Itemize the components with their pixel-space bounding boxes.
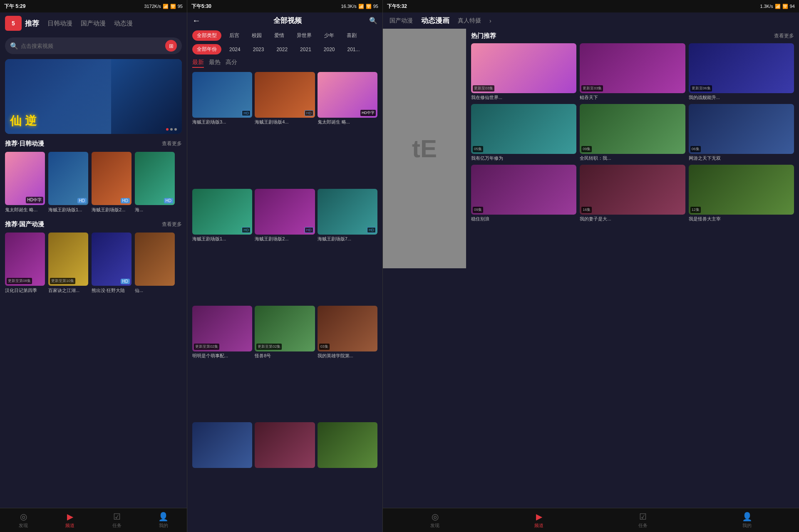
section-more-1[interactable]: 查看更多 [162,140,182,147]
tab-chinese[interactable]: 国产动漫 [81,20,106,27]
back-button[interactable]: ← [192,16,201,25]
status-bar-1: 下午 5:29 3172K/s 📶 🛜 95 [0,0,187,12]
list-item[interactable]: 更新至第08集 汉化日记第四季 [5,233,45,294]
filter-type-row: 全部类型 后宫 校园 爱情 异世界 少年 喜剧 [187,29,382,42]
list-item[interactable]: HD中字 鬼太郎诞生 略... [5,152,45,213]
list-item[interactable]: HD 海贼王剧场版4... [255,72,315,186]
reco-name: 我是怪兽大主宰 [689,216,794,222]
list-item[interactable]: HD 海贼王剧场版1... [192,189,252,303]
sort-rating[interactable]: 高分 [226,59,237,68]
nav-tokusatsu[interactable]: 真人特摄 [458,17,481,25]
search-input[interactable] [21,43,165,49]
app-logo[interactable]: 5 [5,16,22,31]
sort-hottest[interactable]: 最热 [209,59,221,68]
list-item[interactable]: 12集 我是怪兽大主宰 [689,165,794,222]
thumb: 更新至03集 [580,43,685,93]
thumb-img [471,165,576,215]
thumb-img [92,152,132,205]
search-button[interactable]: ⊞ [165,40,177,52]
bottom-nav-1: ◎ 发现 ▶ 频道 ☑ 任务 👤 我的 [0,508,187,532]
section-more-2[interactable]: 查看更多 [162,221,182,228]
tab-recommend[interactable]: 推荐 [25,19,39,28]
nav-task[interactable]: ☑ 任务 [94,508,140,532]
nav-dongman[interactable]: 动态漫画 [421,16,449,25]
list-item[interactable]: 更新至第02集 明明是个萌事配... [192,306,252,420]
badge: 更新至03集 [473,85,494,92]
wifi-icon-2: 🛜 [366,4,372,9]
bottom-nav-3: ◎ 发现 ▶ 频道 ☑ 任务 👤 我的 [383,508,799,532]
nav-profile-3[interactable]: 👤 我的 [695,508,799,532]
list-item[interactable]: HD 海... [135,152,175,213]
list-item[interactable]: HD 熊出没·狂野大陆 [92,233,132,294]
list-item[interactable]: 更新至06集 我的战舰能升... [689,43,794,101]
tab-motion[interactable]: 动态漫 [114,20,133,27]
list-item[interactable]: HD 海贼王剧场版1... [48,152,88,213]
list-item[interactable]: HD 海贼王剧场版2... [92,152,132,213]
list-item[interactable]: 09集 全民转职：我... [580,104,685,161]
chip-comedy[interactable]: 喜剧 [342,30,361,41]
list-item[interactable]: 16集 我的妻子是大... [580,165,685,222]
chip-2023[interactable]: 2023 [248,45,269,54]
thumb: HD [48,152,88,205]
badge: 更新至第02集 [256,344,282,350]
nav-discover-3[interactable]: ◎ 发现 [383,508,487,532]
list-item[interactable] [255,422,315,530]
search-btn-icon: ⊞ [169,43,174,49]
list-item[interactable]: 更新至第10集 百家诀之江湖... [48,233,88,294]
nav-discover[interactable]: ◎ 发现 [0,508,47,532]
nav-channel-3[interactable]: ▶ 频道 [487,508,591,532]
profile-icon-3: 👤 [742,512,752,522]
chip-all-year[interactable]: 全部年份 [192,44,221,54]
list-item[interactable]: 仙... [135,233,175,294]
list-item[interactable] [318,422,377,530]
thumb-img [135,233,175,286]
list-item[interactable]: HD 海贼王剧场版3... [192,72,252,186]
chip-shonen[interactable]: 少年 [320,30,339,41]
panel2-header: ← 全部视频 🔍 [187,12,382,29]
chip-isekai[interactable]: 异世界 [292,30,316,41]
nav-label-channel: 频道 [65,522,74,529]
search-icon-panel2[interactable]: 🔍 [369,17,377,25]
chip-2024[interactable]: 2024 [225,45,245,54]
sort-newest[interactable]: 最新 [192,59,204,68]
chip-romance[interactable]: 爱情 [270,30,289,41]
list-item[interactable]: 09集 稳住别浪 [471,165,576,222]
list-item[interactable]: HD 海贼王剧场版2... [255,189,315,303]
list-item[interactable]: 06集 网游之天下无双 [689,104,794,161]
section-title-2: 推荐·国产动漫 [5,220,44,228]
thumb: 03集 [318,306,377,351]
list-item[interactable]: 更新至第02集 怪兽8号 [255,306,315,420]
title: 海贼王剧场版7... [318,236,377,242]
banner-dots [166,128,177,131]
list-item[interactable]: 03集 我的英雄学院第... [318,306,377,420]
thumb-img [471,104,576,154]
dot-3 [174,128,177,131]
te-text: tE [412,134,437,163]
nav-profile[interactable]: 👤 我的 [140,508,187,532]
list-item[interactable]: 更新至03集 鲲吞天下 [580,43,685,101]
nav-channel[interactable]: ▶ 频道 [47,508,93,532]
thumb: HD [318,189,377,235]
scroll-row-1: HD中字 鬼太郎诞生 略... HD 海贼王剧场版1... HD 海贼王剧场版2… [0,150,187,216]
list-item[interactable]: HD中字 鬼太郎诞生 略... [318,72,377,186]
chip-2021[interactable]: 2021 [295,45,316,54]
chip-campus[interactable]: 校园 [247,30,266,41]
chip-201x[interactable]: 201... [343,45,365,54]
nav-task-3[interactable]: ☑ 任务 [591,508,695,532]
thumb: HD [92,233,132,286]
chip-harem[interactable]: 后宫 [225,30,244,41]
chip-2020[interactable]: 2020 [319,45,340,54]
list-item[interactable]: HD 海贼王剧场版7... [318,189,377,303]
chip-2022[interactable]: 2022 [272,45,292,54]
chip-all-type[interactable]: 全部类型 [192,30,221,41]
nav-guochan[interactable]: 国产动漫 [390,17,413,25]
banner[interactable]: 仙 逆 [5,59,182,134]
list-item[interactable]: 更新至03集 我在修仙世界... [471,43,576,101]
search-bar[interactable]: 🔍 ⊞ [5,37,182,54]
tab-japanese[interactable]: 日韩动漫 [47,20,72,27]
title: 海贼王剧场版4... [255,119,315,125]
list-item[interactable] [192,422,252,530]
list-item[interactable]: 05集 我有亿万年修为 [471,104,576,161]
reco-name: 我的战舰能升... [689,94,794,101]
reco-more[interactable]: 查看更多 [774,32,794,40]
